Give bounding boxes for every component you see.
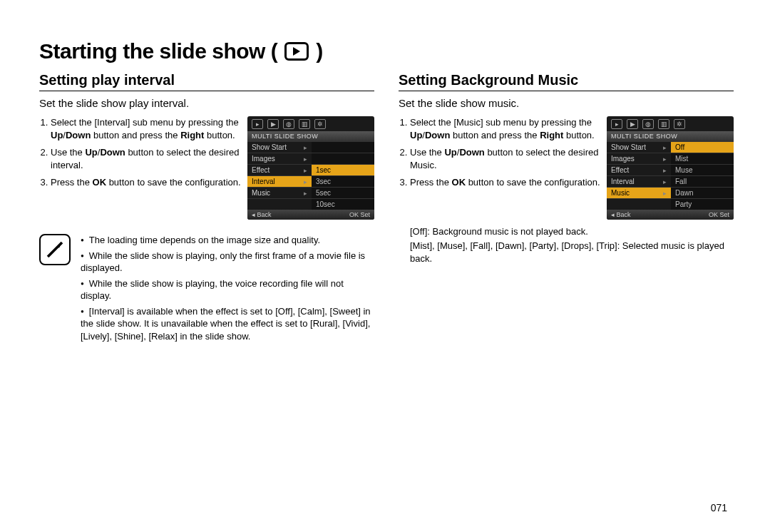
note-icon xyxy=(39,234,71,265)
gear-icon: ✲ xyxy=(674,119,685,129)
lcd-opt-selected: 1sec xyxy=(312,164,374,175)
page-title: Starting the slide show ( ) xyxy=(39,39,734,63)
section-heading: Setting play interval xyxy=(39,72,374,91)
page-number: 071 xyxy=(711,502,727,513)
page-title-text-2: ) xyxy=(316,39,323,63)
lcd-row: Images▸ xyxy=(247,153,312,164)
right-column: Setting Background Music Set the slide s… xyxy=(399,72,734,345)
step-item: Select the [Interval] sub menu by pressi… xyxy=(51,116,242,141)
lcd-okset: OK Set xyxy=(709,211,729,218)
step-item: Select the [Music] sub menu by pressing … xyxy=(410,116,601,141)
lcd-opt-selected: Off xyxy=(671,141,734,153)
lcd-opt: Dawn xyxy=(671,187,734,198)
lcd-opt: 5sec xyxy=(312,187,374,198)
lcd-opt: Fall xyxy=(671,175,734,187)
left-column: Setting play interval Set the slide show… xyxy=(39,72,374,345)
steps-list: Select the [Music] sub menu by pressing … xyxy=(399,116,601,194)
step-item: Use the Up/Down button to select the des… xyxy=(410,146,601,171)
play-icon: ▶ xyxy=(627,119,638,129)
lcd-row: Interval▸ xyxy=(607,175,671,187)
note-item: The loading time depends on the image si… xyxy=(81,234,374,247)
slideshow-play-icon xyxy=(284,42,309,61)
lcd-back: ◂ Back xyxy=(611,211,631,218)
step-item: Press the OK button to save the configur… xyxy=(410,176,601,189)
lcd-row: Show Start▸ xyxy=(247,141,312,153)
lcd-row-selected: Interval▸ xyxy=(247,175,312,187)
lcd-opt xyxy=(312,153,374,164)
lcd-row xyxy=(607,198,671,210)
note-box: The loading time depends on the image si… xyxy=(39,234,374,345)
mode-icon: ▸ xyxy=(252,119,263,129)
lcd-opt: 3sec xyxy=(312,175,374,187)
lcd-back: ◂ Back xyxy=(252,211,272,218)
section-subtext: Set the slide show music. xyxy=(399,97,734,109)
note-item: While the slide show is playing, the voi… xyxy=(81,277,374,302)
section-heading: Setting Background Music xyxy=(399,72,734,91)
display-icon: ▥ xyxy=(299,119,310,129)
lcd-row: Effect▸ xyxy=(607,164,671,175)
lcd-row: Effect▸ xyxy=(247,164,312,175)
camera-lcd-interval: ▸ ▶ ◍ ▥ ✲ MULTI SLIDE SHOW Show Start▸ I… xyxy=(247,116,374,220)
note-item: While the slide show is playing, only th… xyxy=(81,250,374,275)
lcd-opt xyxy=(312,141,374,153)
steps-list: Select the [Interval] sub menu by pressi… xyxy=(39,116,242,194)
lcd-opt: 10sec xyxy=(312,198,374,210)
note-list: The loading time depends on the image si… xyxy=(81,234,374,345)
lcd-title: MULTI SLIDE SHOW xyxy=(247,131,374,141)
music-off-note: [Off]: Background music is not played ba… xyxy=(410,225,734,238)
note-item: [Interval] is available when the effect … xyxy=(81,305,374,343)
step-item: Press the OK button to save the configur… xyxy=(51,176,242,189)
display-icon: ▥ xyxy=(658,119,669,129)
sound-icon: ◍ xyxy=(642,119,654,129)
music-list-note: [Mist], [Muse], [Fall], [Dawn], [Party],… xyxy=(410,240,734,265)
step-item: Use the Up/Down button to select the des… xyxy=(51,146,242,171)
page-title-text-1: Starting the slide show ( xyxy=(39,39,277,63)
lcd-opt: Muse xyxy=(671,164,734,175)
lcd-row: Images▸ xyxy=(607,153,671,164)
play-icon: ▶ xyxy=(267,119,279,129)
lcd-row: Music▸ xyxy=(247,187,312,198)
section-subtext: Set the slide show play interval. xyxy=(39,97,374,109)
mode-icon: ▸ xyxy=(611,119,622,129)
lcd-row xyxy=(247,198,312,210)
sound-icon: ◍ xyxy=(283,119,294,129)
camera-lcd-music: ▸ ▶ ◍ ▥ ✲ MULTI SLIDE SHOW Show Start▸ I… xyxy=(607,116,734,220)
gear-icon: ✲ xyxy=(314,119,326,129)
lcd-row: Show Start▸ xyxy=(607,141,671,153)
lcd-opt: Party xyxy=(671,198,734,210)
lcd-opt: Mist xyxy=(671,153,734,164)
lcd-row-selected: Music▸ xyxy=(607,187,671,198)
lcd-title: MULTI SLIDE SHOW xyxy=(607,131,734,141)
lcd-okset: OK Set xyxy=(349,211,370,218)
